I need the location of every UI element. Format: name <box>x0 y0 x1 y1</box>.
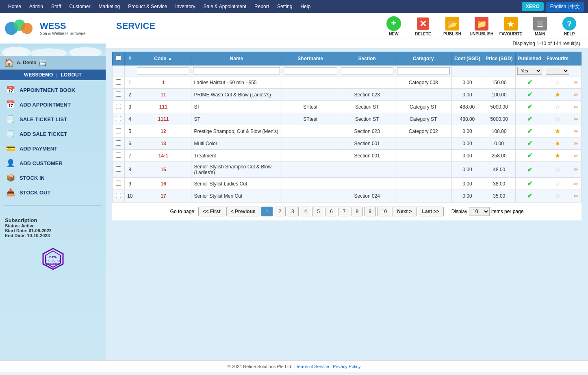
svg-text:📂: 📂 <box>447 19 458 29</box>
nav-setting[interactable]: Setting <box>273 1 296 12</box>
subscription-title: Subscription <box>5 217 101 223</box>
privacy-link[interactable]: Privacy Policy <box>333 364 360 369</box>
row-checkbox[interactable] <box>116 166 121 172</box>
previous-page-button[interactable]: < Previous <box>226 207 260 216</box>
nav-home[interactable]: Home <box>4 1 25 12</box>
edit-icon[interactable]: ✏ <box>574 116 579 122</box>
favourite-empty-star-icon[interactable]: ☆ <box>555 116 560 122</box>
edit-icon[interactable]: ✏ <box>574 79 579 86</box>
filter-code-input[interactable] <box>137 67 189 74</box>
select-all-checkbox[interactable] <box>116 55 121 61</box>
filter-code-cell <box>135 65 191 76</box>
nav-help[interactable]: Help <box>296 1 315 12</box>
row-checkbox[interactable] <box>116 79 121 85</box>
page-2-button[interactable]: 2 <box>274 207 286 216</box>
favourite-empty-star-icon[interactable]: ☆ <box>555 192 560 199</box>
row-checkbox[interactable] <box>116 104 121 109</box>
toolbar-main[interactable]: ☰ MAIN <box>528 15 552 36</box>
edit-icon[interactable]: ✏ <box>574 181 579 187</box>
nav-customer[interactable]: Customer <box>65 1 95 12</box>
row-checkbox[interactable] <box>116 153 121 158</box>
toolbar-delete[interactable]: ✕ DELETE <box>411 15 435 36</box>
toolbar-publish[interactable]: 📂 PUBLISH <box>440 15 464 36</box>
page-8-button[interactable]: 8 <box>351 207 363 216</box>
page-9-button[interactable]: 9 <box>364 207 376 216</box>
page-5-button[interactable]: 5 <box>312 207 324 216</box>
nav-staff[interactable]: Staff <box>47 1 65 12</box>
page-4-button[interactable]: 4 <box>300 207 312 216</box>
sidebar-item-stock-in[interactable]: 📦 STOCK IN <box>0 170 106 185</box>
toolbar-new[interactable]: + NEW <box>382 15 406 36</box>
nav-report[interactable]: Report <box>250 1 273 12</box>
sidebar-item-add-payment[interactable]: 💳 ADD PAYMENT <box>0 141 106 156</box>
favourite-empty-star-icon[interactable]: ☆ <box>555 166 560 173</box>
row-code: 1 <box>135 76 191 89</box>
toolbar-unpublish[interactable]: 📁 UNPUBLISH <box>469 15 494 36</box>
page-6-button[interactable]: 6 <box>325 207 337 216</box>
favourite-empty-star-icon[interactable]: ☆ <box>555 180 560 187</box>
edit-icon[interactable]: ✏ <box>574 140 579 147</box>
row-code: 111 <box>135 101 191 113</box>
nav-admin[interactable]: Admin <box>25 1 47 12</box>
row-checkbox[interactable] <box>116 140 121 146</box>
sidebar-item-appointment-book[interactable]: 📅 APPOINTMENT BOOK <box>0 83 106 97</box>
filter-category-input[interactable] <box>397 67 450 74</box>
row-checkbox[interactable] <box>116 193 121 198</box>
nav-marketing[interactable]: Marketing <box>95 1 124 12</box>
tos-link[interactable]: Terms of Service <box>296 364 329 369</box>
next-page-button[interactable]: Next > <box>393 207 416 216</box>
edit-icon[interactable]: ✏ <box>574 166 579 173</box>
row-price: 35.00 <box>483 190 515 202</box>
edit-icon[interactable]: ✏ <box>574 153 579 159</box>
row-cost: 0.00 <box>451 89 483 101</box>
sidebar-item-add-appointment[interactable]: 📅 ADD APPOINTMENT <box>0 97 106 112</box>
nav-inventory[interactable]: Inventory <box>171 1 199 12</box>
language-button[interactable]: English | 中文 <box>546 2 584 12</box>
sidebar-item-stock-out[interactable]: 📤 STOCK OUT <box>0 185 106 200</box>
filter-published-select[interactable]: Yes No <box>517 67 542 75</box>
row-price: 5000.00 <box>483 101 515 113</box>
sidebar-item-sale-ticket-list[interactable]: 🗒️ SALE TICKET LIST <box>0 112 106 126</box>
page-1-button[interactable]: 1 <box>261 207 273 216</box>
favourite-star-icon[interactable]: ★ <box>555 140 560 147</box>
table-body: 1 1 Ladies Haircut - 60 min - $55 Catego… <box>113 76 581 202</box>
page-7-button[interactable]: 7 <box>338 207 350 216</box>
filter-favourite-select[interactable]: Yes No <box>546 67 569 75</box>
sidebar-item-add-sale-ticket[interactable]: 🗒️ ADD SALE TICKET <box>0 126 106 141</box>
page-3-button[interactable]: 3 <box>287 207 299 216</box>
first-page-button[interactable]: << First <box>198 207 225 216</box>
row-section: Section ST <box>339 101 395 113</box>
row-checkbox[interactable] <box>116 128 121 133</box>
sidebar-item-add-customer[interactable]: 👤 ADD CUSTOMER <box>0 156 106 170</box>
favourite-empty-star-icon[interactable]: ☆ <box>555 103 560 110</box>
edit-icon[interactable]: ✏ <box>574 193 579 199</box>
main-label: MAIN <box>535 32 545 36</box>
page-10-button[interactable]: 10 <box>377 207 391 216</box>
favourite-star-icon[interactable]: ★ <box>555 91 560 98</box>
logout-link[interactable]: LOGOUT <box>61 72 82 78</box>
wessdemo-link[interactable]: WESSDEMO <box>24 72 53 78</box>
row-checkbox[interactable] <box>116 92 121 97</box>
edit-icon[interactable]: ✏ <box>574 92 579 98</box>
row-checkbox[interactable] <box>116 181 121 186</box>
xero-button[interactable]: XERO <box>522 2 544 11</box>
toolbar-help[interactable]: ? HELP <box>557 15 581 36</box>
row-shortname <box>282 137 339 150</box>
nav-sale-appointment[interactable]: Sale & Appointment <box>200 1 250 12</box>
edit-icon[interactable]: ✏ <box>574 128 579 135</box>
nav-product-service[interactable]: Product & Service <box>124 1 171 12</box>
row-checkbox[interactable] <box>116 116 121 121</box>
filter-section-input[interactable] <box>341 67 393 74</box>
favourite-empty-star-icon[interactable]: ☆ <box>555 79 560 86</box>
per-page-select[interactable]: 10 25 50 100 <box>469 207 490 216</box>
row-cost: 488.00 <box>451 113 483 125</box>
toolbar-favourite[interactable]: ★ FAVOURITE <box>499 15 523 36</box>
col-code[interactable]: Code ▲ <box>135 52 191 65</box>
last-page-button[interactable]: Last >> <box>418 207 444 216</box>
row-checkbox-cell <box>113 150 125 162</box>
favourite-star-icon[interactable]: ★ <box>555 152 560 159</box>
favourite-star-icon[interactable]: ★ <box>555 128 560 135</box>
filter-name-input[interactable] <box>193 67 280 74</box>
edit-icon[interactable]: ✏ <box>574 104 579 110</box>
filter-shortname-input[interactable] <box>284 67 337 74</box>
